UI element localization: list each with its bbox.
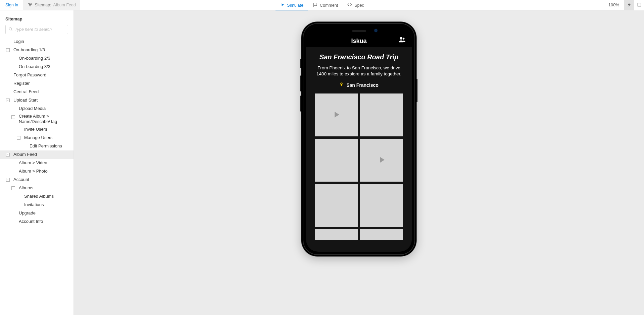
tree-item[interactable]: Upload Media [0, 105, 73, 113]
media-cell-photo[interactable] [360, 184, 403, 227]
tree-item-label: Forgot Password [13, 72, 46, 78]
sitemap-chip-prefix: Sitemap: [35, 3, 51, 7]
tree-item[interactable]: On-boarding 2/3 [0, 54, 73, 63]
svg-point-6 [400, 37, 402, 40]
album-content: San Francisco Road Trip From Phoenix to … [306, 47, 412, 240]
lightning-button[interactable] [624, 0, 634, 10]
tree-item[interactable]: Central Feed [0, 88, 73, 96]
tree-item[interactable]: Upload Start [0, 96, 73, 105]
tree-expander[interactable]: - [11, 115, 15, 119]
location-pin-icon [339, 82, 344, 88]
search-input[interactable] [15, 27, 68, 32]
media-grid [313, 93, 404, 240]
media-cell-photo[interactable] [315, 229, 358, 240]
media-cell-photo[interactable] [315, 139, 358, 182]
tree-item-label: Upload Start [13, 98, 38, 103]
tree-item[interactable]: Album > Video [0, 159, 73, 167]
tree-item[interactable]: On-boarding 1/3 [0, 46, 73, 54]
sidebar-title: Sitemap [0, 14, 73, 25]
album-title: San Francisco Road Trip [313, 53, 404, 61]
tree-item-label: Register [13, 81, 30, 86]
tree-item[interactable]: Album > Photo [0, 167, 73, 176]
zoom-level[interactable]: 100% [604, 3, 624, 7]
svg-rect-1 [31, 3, 32, 3]
sitemap-tree: Login-On-boarding 1/3On-boarding 2/3On-b… [0, 38, 73, 226]
tree-item[interactable]: Register [0, 79, 73, 88]
signin-link[interactable]: Sign in [0, 0, 23, 10]
people-button[interactable] [398, 36, 406, 44]
tree-item[interactable]: Edit Permissions [0, 142, 73, 150]
tree-expander[interactable]: - [6, 48, 10, 52]
phone-side-button [300, 75, 301, 91]
sitemap-chip[interactable]: Sitemap: Album Feed [24, 0, 80, 10]
tree-item[interactable]: On-boarding 3/3 [0, 63, 73, 71]
tree-expander[interactable]: - [17, 136, 20, 140]
tree-item[interactable]: Manage Users [0, 134, 73, 142]
svg-point-7 [403, 38, 405, 40]
tree-item-label: Manage Users [24, 135, 53, 140]
search-icon [8, 27, 13, 32]
phone-screen: Iskua San Francisco Road Trip From Phoen… [306, 26, 412, 252]
media-cell-video[interactable] [315, 93, 358, 136]
tree-expander[interactable]: - [6, 178, 10, 182]
tree-item[interactable]: Albums [0, 184, 73, 192]
media-cell-video[interactable] [360, 139, 403, 182]
canvas[interactable]: Iskua San Francisco Road Trip From Phoen… [74, 10, 644, 315]
media-cell-photo[interactable] [315, 184, 358, 227]
album-location-text: San Francisco [346, 82, 379, 88]
mode-tabs: Simulate Comment Spec [275, 0, 368, 10]
svg-line-5 [11, 30, 12, 30]
tab-spec-label: Spec [354, 3, 364, 8]
tree-item-label: On-boarding 1/3 [13, 47, 45, 53]
svg-rect-2 [30, 5, 31, 6]
tree-item-label: Upload Media [19, 106, 46, 111]
tree-item[interactable]: Invite Users [0, 125, 73, 134]
expand-icon [637, 2, 642, 8]
media-cell-photo[interactable] [360, 93, 403, 136]
tree-expander[interactable]: - [6, 99, 10, 102]
album-location[interactable]: San Francisco [313, 82, 404, 88]
lightning-icon [627, 2, 632, 8]
tree-expander[interactable]: - [11, 186, 15, 190]
tab-comment[interactable]: Comment [308, 0, 343, 10]
tree-item[interactable]: Forgot Password [0, 71, 73, 79]
svg-rect-3 [638, 3, 641, 6]
tree-item[interactable]: Album Feed [0, 150, 73, 159]
svg-rect-0 [29, 3, 30, 3]
tree-item[interactable]: Account Info [0, 217, 73, 226]
expand-button[interactable] [634, 0, 644, 10]
phone-notch [332, 26, 386, 35]
tree-item-label: Album > Photo [19, 169, 48, 174]
sitemap-icon [28, 2, 33, 8]
topbar-right: 100% [604, 0, 644, 10]
phone-side-button [300, 96, 301, 112]
tree-expander[interactable]: - [6, 153, 10, 156]
tree-item[interactable]: Upgrade [0, 209, 73, 217]
topbar: Sign in Sitemap: Album Feed Simulate Com… [0, 0, 644, 10]
comment-icon [313, 2, 317, 8]
tree-item-label: Album > Video [19, 160, 47, 166]
play-icon [377, 155, 387, 166]
tree-item[interactable]: Create Album > Name/Describe/Tag [0, 113, 73, 125]
album-description: From Phoenix to San Francisco, we drive … [313, 65, 404, 77]
tree-item[interactable]: Invitations [0, 201, 73, 209]
code-icon [347, 2, 352, 8]
tree-item[interactable]: Account [0, 176, 73, 184]
people-icon [398, 39, 406, 44]
tree-item[interactable]: Login [0, 38, 73, 46]
svg-point-4 [9, 27, 12, 30]
tab-simulate[interactable]: Simulate [275, 0, 308, 10]
tab-spec[interactable]: Spec [343, 0, 369, 10]
tree-item-label: On-boarding 2/3 [19, 56, 50, 61]
tree-item-label: Login [13, 39, 24, 44]
tree-item-label: Upgrade [19, 210, 36, 216]
phone-frame: Iskua San Francisco Road Trip From Phoen… [301, 22, 416, 256]
app-brand: Iskua [351, 38, 366, 45]
tree-item[interactable]: Shared Albums [0, 192, 73, 201]
search-box[interactable] [5, 25, 68, 34]
sidebar: Sitemap Login-On-boarding 1/3On-boarding… [0, 10, 74, 315]
sitemap-chip-page: Album Feed [53, 3, 76, 7]
media-cell-photo[interactable] [360, 229, 403, 240]
tree-item-label: Invite Users [24, 127, 47, 132]
tree-item-label: Central Feed [13, 89, 39, 94]
